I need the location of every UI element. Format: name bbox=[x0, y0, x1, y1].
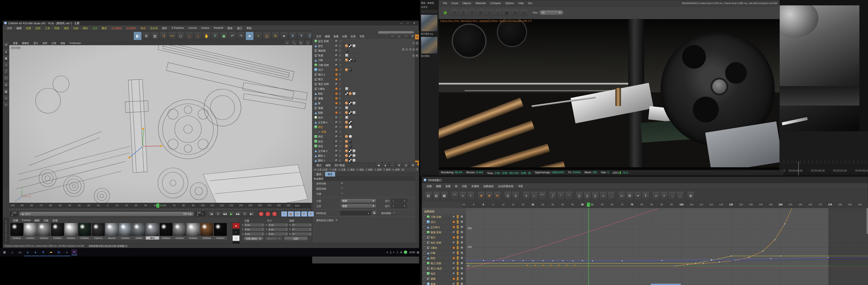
phong-tag-icon[interactable] bbox=[345, 140, 348, 143]
menu-item[interactable]: Gui bbox=[526, 1, 534, 5]
object-row[interactable]: 挤压✓ bbox=[312, 144, 415, 149]
layer-color-chip[interactable] bbox=[335, 44, 338, 47]
menu-item[interactable]: 插件 bbox=[160, 26, 169, 30]
material-item[interactable]: OctGlos bbox=[200, 223, 213, 240]
dock-tab-内容浏览器[interactable]: 内容浏览器 bbox=[415, 47, 419, 52]
visibility-dots[interactable]: ✓ bbox=[339, 145, 342, 148]
menu-item[interactable]: 书签 bbox=[516, 184, 525, 188]
timeline-track-row[interactable]: +立方体.6 bbox=[422, 224, 466, 230]
tex-tag-icon[interactable] bbox=[349, 59, 352, 62]
restart-render-icon[interactable]: ↻ bbox=[451, 9, 459, 17]
track-solo-circle[interactable] bbox=[461, 226, 463, 228]
taskbar-app-circle-icon[interactable]: ◍ bbox=[55, 248, 62, 256]
visibility-dots[interactable]: ✓ bbox=[339, 40, 342, 43]
expand-icon[interactable]: + bbox=[423, 241, 426, 244]
range-start-field[interactable]: -100 F bbox=[10, 212, 18, 216]
menu-item[interactable]: 运动跟踪 bbox=[109, 26, 123, 30]
material-item[interactable]: Cast Iro bbox=[92, 223, 105, 240]
pause-render-icon[interactable]: ‖ bbox=[460, 9, 467, 17]
matG-tag-icon[interactable] bbox=[352, 101, 356, 105]
transport-button[interactable]: ▶▶ bbox=[235, 211, 241, 217]
phong-tag-icon[interactable] bbox=[345, 126, 348, 128]
size-mode-dropdown[interactable]: 绝对尺寸▼ bbox=[265, 236, 282, 241]
matG-tag-icon[interactable] bbox=[352, 159, 356, 162]
material-item[interactable]: OctGlos bbox=[78, 223, 91, 240]
layer-color-chip[interactable] bbox=[335, 111, 338, 114]
menu-item[interactable]: 面板 bbox=[59, 41, 67, 45]
track-keys-column[interactable] bbox=[457, 272, 459, 275]
timeline-track-row[interactable]: +Z滑动 bbox=[422, 245, 466, 250]
before-dropdown[interactable]: 常数▼ bbox=[340, 199, 376, 203]
menu-item[interactable]: 查看 bbox=[443, 184, 453, 188]
object-row[interactable]: 铡刀 bbox=[312, 77, 415, 82]
timeline-track-row[interactable]: +电芯 bbox=[422, 271, 466, 276]
icon-icon[interactable]: ◀ bbox=[375, 162, 381, 168]
track-layer-chip[interactable] bbox=[453, 216, 455, 218]
keyframe-button[interactable]: + bbox=[281, 211, 287, 217]
object-row[interactable]: 挤压✓ bbox=[312, 134, 415, 139]
transport-button[interactable]: ▶| bbox=[248, 211, 255, 217]
menu-item[interactable]: 函数曲线 bbox=[482, 184, 496, 188]
menu-item[interactable]: 脚本 bbox=[225, 26, 235, 30]
before-loop-field[interactable]: 1⇕ bbox=[391, 199, 407, 203]
track-layer-chip[interactable] bbox=[453, 262, 455, 264]
phong-tag-icon[interactable] bbox=[345, 149, 348, 152]
timeline-tool-icon[interactable]: ▦ bbox=[440, 191, 448, 200]
expand-icon[interactable]: + bbox=[423, 220, 426, 223]
layer-color-chip[interactable] bbox=[335, 68, 338, 71]
track-layer-chip[interactable] bbox=[453, 278, 455, 280]
menu-item[interactable]: 模拟 bbox=[81, 26, 90, 30]
phong-tag-icon[interactable] bbox=[345, 111, 348, 114]
expand-icon[interactable]: + bbox=[423, 246, 426, 249]
expand-icon[interactable]: + bbox=[423, 215, 426, 218]
phong-tag-icon[interactable] bbox=[345, 135, 348, 138]
layer-color-chip[interactable] bbox=[335, 83, 338, 85]
undo-icon[interactable]: ↶ bbox=[228, 32, 237, 40]
phong-tag-icon[interactable] bbox=[345, 44, 348, 48]
track-keys-column[interactable] bbox=[457, 251, 459, 254]
menu-item[interactable]: 标签 bbox=[349, 34, 358, 38]
track-keys-column[interactable] bbox=[457, 225, 459, 229]
menu-item[interactable]: 过滤 bbox=[50, 41, 58, 45]
rot-b-field[interactable]: 0 °⇕ bbox=[291, 232, 312, 236]
record-button[interactable]: ✎ bbox=[258, 211, 264, 217]
object-row[interactable]: 电芯 实例 bbox=[312, 82, 415, 87]
phong-tag-icon[interactable] bbox=[345, 59, 348, 62]
dock-tab-场次[interactable]: 场次 bbox=[415, 40, 419, 46]
expand-icon[interactable]: + bbox=[423, 251, 426, 254]
menu-item[interactable]: 用户数据 bbox=[333, 163, 347, 167]
timeline-tool-icon[interactable]: 0 bbox=[512, 191, 520, 200]
timeline-tool-icon[interactable]: ◍ bbox=[687, 191, 694, 200]
expand-icon[interactable]: + bbox=[423, 262, 426, 264]
layer-color-chip[interactable] bbox=[335, 121, 338, 124]
render-target-icon[interactable]: ◐ bbox=[494, 9, 502, 17]
layer-color-chip[interactable] bbox=[335, 135, 338, 138]
mode-tool-icon[interactable]: ⬠ bbox=[3, 75, 9, 81]
menu-item[interactable]: 关键帧 bbox=[469, 184, 481, 188]
picker-arrow-button[interactable]: ➤ bbox=[372, 211, 377, 216]
current-frame-field[interactable]: 53 F bbox=[293, 203, 311, 208]
enable-anim-checkbox[interactable]: ✓ bbox=[340, 182, 344, 185]
object-row[interactable]: 接盘 bbox=[312, 106, 415, 110]
transport-button[interactable]: ↺ bbox=[215, 211, 221, 217]
taskbar-clock[interactable]: 13:00 bbox=[409, 251, 415, 254]
timeline-tool-icon[interactable]: ⌐ bbox=[530, 191, 538, 200]
track-solo-circle[interactable] bbox=[461, 236, 463, 239]
layer-color-chip[interactable] bbox=[335, 150, 338, 152]
phong-tag-icon[interactable] bbox=[345, 68, 348, 71]
points-icon[interactable]: ⠿ bbox=[211, 32, 219, 40]
menu-item[interactable]: Corona bbox=[186, 26, 198, 30]
menu-item[interactable]: 帧 bbox=[453, 184, 459, 188]
object-row[interactable]: 圆柱.1 bbox=[312, 158, 415, 162]
timeline-tool-icon[interactable]: () bbox=[584, 191, 591, 200]
icon-icon[interactable]: ⊕ bbox=[396, 162, 402, 168]
mode-tool-icon[interactable]: ⌗ bbox=[3, 102, 9, 108]
matW-tag-icon[interactable] bbox=[349, 135, 352, 138]
lock-icon[interactable]: ⊓ bbox=[486, 9, 493, 17]
timeline-track-row[interactable]: +铡刀 bbox=[422, 235, 466, 240]
timeline-tool-icon[interactable]: ⊖ bbox=[493, 191, 501, 200]
icon-icon[interactable]: ○ bbox=[389, 33, 395, 39]
phong-tag-icon[interactable] bbox=[345, 159, 348, 162]
visibility-dots[interactable]: ✓ bbox=[339, 130, 342, 133]
menu-item[interactable]: 模式 bbox=[314, 163, 323, 167]
